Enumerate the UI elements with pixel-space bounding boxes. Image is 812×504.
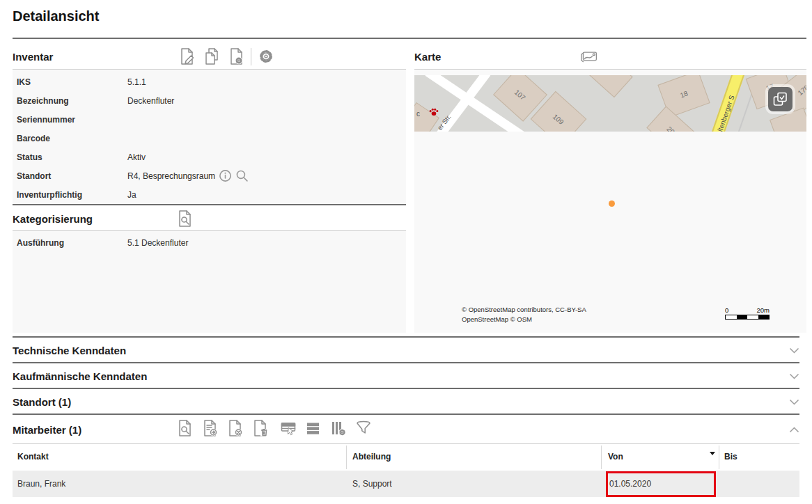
inventar-fields: IKS 5.1.1 Bezeichnung Deckenfluter Serie… <box>13 70 406 204</box>
field-row-barcode: Barcode <box>13 129 406 148</box>
column-header-kontakt[interactable]: Kontakt <box>17 444 49 470</box>
map-building <box>587 75 632 97</box>
attribution-line1: © OpenStreetMap contributors, CC-BY-SA <box>462 305 586 315</box>
section-divider <box>13 414 799 415</box>
field-row-ausfuehrung: Ausführung 5.1 Deckenfluter <box>13 233 406 252</box>
field-row-bezeichnung: Bezeichnung Deckenfluter <box>13 91 406 110</box>
document-delete-icon[interactable] <box>251 418 270 439</box>
field-value: Aktiv <box>127 152 146 162</box>
kategorisierung-title: Kategorisierung <box>13 213 93 225</box>
document-search-icon[interactable] <box>175 209 194 229</box>
section-technische-kenndaten[interactable]: Technische Kenndaten <box>13 338 799 362</box>
field-row-standort: Standort R4, Besprechungsraum <box>13 166 406 185</box>
rows-icon[interactable] <box>304 418 322 439</box>
field-label: Inventurpflichtig <box>17 190 127 200</box>
karte-title: Karte <box>414 51 441 63</box>
map-label-fragment: c <box>416 110 420 118</box>
paw-marker-icon <box>429 107 439 119</box>
column-header-abteilung[interactable]: Abteilung <box>352 444 391 470</box>
field-label: Seriennummer <box>17 115 127 125</box>
settings-icon[interactable] <box>257 47 276 67</box>
building-number: 178 <box>797 84 806 97</box>
section-label: Kaufmännische Kenndaten <box>13 370 147 382</box>
section-label: Standort (1) <box>13 396 71 408</box>
kategorisierung-toolbar <box>175 206 194 231</box>
cell-kontakt: Braun, Frank <box>17 471 65 497</box>
search-icon[interactable] <box>235 169 249 182</box>
section-divider <box>13 204 406 205</box>
kategorisierung-fields: Ausführung 5.1 Deckenfluter <box>13 231 406 333</box>
column-separator <box>601 446 602 469</box>
kategorisierung-header: Kategorisierung <box>13 206 406 231</box>
inventar-header-divider <box>13 69 406 70</box>
field-row-seriennummer: Seriennummer <box>13 110 406 129</box>
toolbar-separator <box>251 48 251 65</box>
building-number: 18 <box>679 89 689 99</box>
section-mitarbeiter[interactable]: Mitarbeiter (1) <box>13 416 799 443</box>
section-divider <box>13 388 799 389</box>
column-separator <box>719 446 719 469</box>
field-label: Standort <box>17 171 127 181</box>
field-label: Barcode <box>17 134 127 143</box>
section-kaufmaennische-kenndaten[interactable]: Kaufmännische Kenndaten <box>13 364 799 388</box>
building-number: 20 <box>666 125 677 132</box>
chevron-up-icon[interactable] <box>789 427 799 433</box>
chevron-down-icon[interactable] <box>789 399 799 405</box>
location-marker <box>609 200 615 207</box>
karte-toolbar <box>580 44 599 69</box>
map-canvas[interactable]: c er Str. 107 109 18 20 Altenberger S 17 <box>414 70 806 333</box>
building-number: 109 <box>552 112 565 125</box>
field-label: IKS <box>17 77 127 87</box>
sort-descending-icon[interactable] <box>710 452 715 455</box>
chevron-down-icon[interactable] <box>789 347 799 354</box>
info-icon[interactable] <box>219 169 232 182</box>
attribution-line2: OpenStreetMap © OSM <box>462 315 586 324</box>
map-tile-strip: c er Str. 107 109 18 20 Altenberger S 17 <box>414 75 806 132</box>
section-standort[interactable]: Standort (1) <box>13 390 799 414</box>
column-separator <box>346 446 347 469</box>
page-title: Detailansicht <box>13 8 99 24</box>
field-label: Status <box>17 152 127 162</box>
scale-bar-segments <box>725 315 770 320</box>
section-label: Mitarbeiter (1) <box>13 424 81 436</box>
table-header: Kontakt Abteilung Von Bis <box>13 444 799 470</box>
section-label: Technische Kenndaten <box>13 345 126 356</box>
select-row-icon[interactable] <box>279 418 297 439</box>
mitarbeiter-toolbar <box>175 416 373 441</box>
filter-icon[interactable] <box>354 418 373 439</box>
field-label: Bezeichnung <box>17 96 127 106</box>
column-header-von[interactable]: Von <box>608 444 623 470</box>
field-row-status: Status Aktiv <box>13 148 406 166</box>
document-settings-icon[interactable] <box>226 47 245 67</box>
field-row-iks: IKS 5.1.1 <box>13 72 406 91</box>
section-divider <box>13 336 799 338</box>
detail-view-page: Detailansicht Inventar IKS 5.1.1 B <box>0 0 812 504</box>
edit-icon[interactable] <box>178 47 196 67</box>
title-divider <box>13 38 806 39</box>
map-attribution: © OpenStreetMap contributors, CC-BY-SA O… <box>462 305 586 324</box>
map-scale-bar: 0 20m <box>725 307 770 320</box>
document-assign-icon[interactable] <box>201 418 219 439</box>
karte-header-divider <box>414 69 806 70</box>
scale-end-label: 20m <box>757 307 770 314</box>
building-number: 107 <box>513 88 527 101</box>
column-settings-icon[interactable] <box>329 418 348 439</box>
document-search-icon[interactable] <box>175 418 194 439</box>
cell-abteilung: S, Support <box>352 471 392 497</box>
inventar-header: Inventar <box>13 44 406 69</box>
field-value: R4, Besprechungsraum <box>127 171 215 181</box>
copy-icon[interactable] <box>202 47 221 67</box>
layers-button[interactable] <box>768 87 793 111</box>
field-value: 5.1.1 <box>127 77 146 87</box>
karte-header: Karte <box>414 44 806 69</box>
scale-start-label: 0 <box>725 307 728 314</box>
table-row[interactable]: Braun, Frank S, Support 01.05.2020 <box>13 471 799 497</box>
map-image-icon[interactable] <box>580 47 599 67</box>
column-header-bis[interactable]: Bis <box>724 444 737 470</box>
field-value: Deckenfluter <box>127 96 174 106</box>
inventar-toolbar <box>178 44 276 69</box>
cell-von: 01.05.2020 <box>609 471 651 497</box>
document-remove-icon[interactable] <box>226 418 244 439</box>
inventar-title: Inventar <box>13 51 53 63</box>
chevron-down-icon[interactable] <box>789 373 799 379</box>
